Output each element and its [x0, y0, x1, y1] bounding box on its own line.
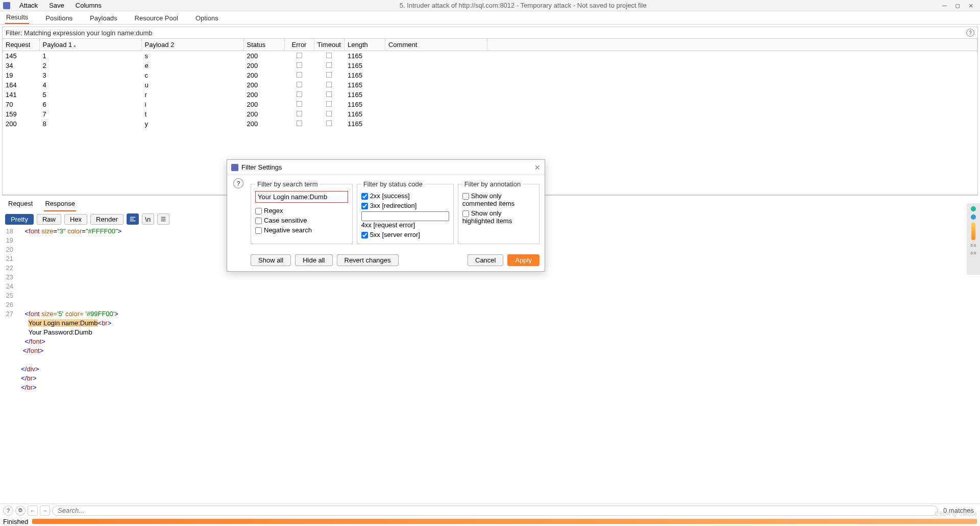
table-row[interactable]: 1451s2001165: [3, 51, 977, 61]
dialog-app-icon: [231, 164, 238, 171]
timeout-checkbox: [326, 62, 332, 68]
filter-help-icon[interactable]: ?: [966, 29, 974, 37]
menu-columns[interactable]: Columns: [74, 1, 104, 10]
gadget-dot-green: [971, 206, 976, 211]
dialog-title-text: Filter Settings: [241, 163, 282, 171]
window-title: 5. Intruder attack of http://sql.com:801…: [104, 2, 942, 9]
minimize-icon[interactable]: —: [943, 2, 947, 9]
menu-save[interactable]: Save: [47, 1, 66, 10]
lower-tab-request[interactable]: Request: [7, 199, 34, 211]
gadget-val1: 0.6: [970, 243, 976, 248]
titlebar: Attack Save Columns 5. Intruder attack o…: [0, 0, 980, 11]
view-hex-button[interactable]: Hex: [64, 214, 87, 225]
error-checkbox: [297, 121, 302, 126]
error-checkbox: [297, 91, 302, 97]
filter-text: Filter: Matching expression your login n…: [6, 29, 153, 37]
maximize-icon[interactable]: ▢: [955, 2, 960, 9]
filter-annotation-legend: Filter by annotation: [462, 180, 523, 188]
col-spacer: [487, 39, 977, 51]
status-2xx-checkbox[interactable]: 2xx [success]: [361, 191, 449, 201]
table-row[interactable]: 2008y2001165: [3, 119, 977, 129]
show-all-button[interactable]: Show all: [251, 254, 291, 266]
close-icon[interactable]: ✕: [969, 2, 973, 9]
search-next-icon[interactable]: →: [40, 506, 50, 516]
view-pretty-button[interactable]: Pretty: [5, 214, 34, 225]
col-length[interactable]: Length: [344, 39, 385, 51]
gadget-dot-blue: [971, 214, 976, 220]
table-row[interactable]: 193c2001165: [3, 70, 977, 80]
status-5xx-checkbox[interactable]: 5xx [server error]: [361, 230, 449, 240]
annot-highlighted-checkbox[interactable]: Show only highlighted items: [462, 208, 535, 226]
hamburger-icon[interactable]: [157, 213, 169, 225]
tab-options[interactable]: Options: [194, 12, 219, 24]
error-checkbox: [297, 82, 302, 87]
side-gadget[interactable]: 0.6 0.0: [967, 203, 980, 275]
dialog-titlebar: Filter Settings ✕: [227, 160, 545, 175]
status-4xx-checkbox[interactable]: 4xx [request error]: [361, 210, 449, 230]
table-row[interactable]: 706i2001165: [3, 100, 977, 109]
col-payload2[interactable]: Payload 2: [141, 39, 243, 51]
col-payload1[interactable]: Payload 1: [39, 39, 141, 51]
regex-checkbox-label[interactable]: Regex: [255, 206, 283, 216]
cancel-button[interactable]: Cancel: [468, 254, 503, 266]
gadget-bar: [971, 223, 975, 240]
results-table[interactable]: Request Payload 1 Payload 2 Status Error…: [3, 39, 977, 129]
revert-changes-button[interactable]: Revert changes: [337, 254, 399, 266]
tag-open: <: [17, 227, 29, 235]
dialog-help-icon[interactable]: ?: [233, 178, 243, 188]
timeout-checkbox: [326, 82, 332, 87]
search-prev-icon[interactable]: ←: [28, 506, 38, 516]
view-raw-button[interactable]: Raw: [37, 214, 61, 225]
timeout-checkbox: [326, 101, 332, 107]
col-comment[interactable]: Comment: [385, 39, 487, 51]
timeout-checkbox: [326, 121, 332, 126]
negative-checkbox-label[interactable]: Negative search: [255, 225, 312, 235]
filter-annotation-group: Filter by annotation Show only commented…: [458, 180, 540, 244]
filter-bar[interactable]: Filter: Matching expression your login n…: [2, 27, 978, 39]
hide-all-button[interactable]: Hide all: [295, 254, 332, 266]
tab-resource-pool[interactable]: Resource Pool: [134, 12, 179, 24]
view-render-button[interactable]: Render: [90, 214, 124, 225]
table-row[interactable]: 1644u2001165: [3, 80, 977, 90]
filter-search-group: Filter by search term Regex Case sensiti…: [251, 180, 353, 244]
toggle-layout-icon[interactable]: [127, 213, 139, 225]
tab-positions[interactable]: Positions: [44, 12, 74, 24]
search-input[interactable]: [52, 506, 938, 516]
table-row[interactable]: 1597t2001165: [3, 109, 977, 119]
col-request[interactable]: Request: [3, 39, 39, 51]
menu-attack[interactable]: Attack: [17, 1, 40, 10]
gear-icon[interactable]: ⚙: [15, 506, 26, 516]
dialog-close-icon[interactable]: ✕: [534, 163, 541, 172]
wrap-lines-icon[interactable]: \n: [142, 213, 154, 225]
status-3xx-checkbox[interactable]: 3xx [redirection]: [361, 201, 449, 210]
col-error[interactable]: Error: [284, 39, 314, 51]
lower-tab-response[interactable]: Response: [44, 199, 76, 211]
tab-results[interactable]: Results: [5, 11, 29, 24]
filter-status-group: Filter by status code 2xx [success] 3xx …: [357, 180, 454, 244]
app-icon: [3, 2, 10, 9]
annot-commented-checkbox[interactable]: Show only commented items: [462, 191, 535, 208]
col-timeout[interactable]: Timeout: [314, 39, 344, 51]
attr: size: [40, 227, 54, 235]
regex-checkbox[interactable]: [255, 208, 262, 214]
timeout-checkbox: [326, 111, 332, 116]
tab-payloads[interactable]: Payloads: [89, 12, 118, 24]
col-status[interactable]: Status: [243, 39, 284, 51]
error-checkbox: [297, 101, 302, 107]
error-checkbox: [297, 53, 302, 58]
negative-checkbox[interactable]: [255, 227, 262, 234]
timeout-checkbox: [326, 53, 332, 58]
table-row[interactable]: 1415r2001165: [3, 90, 977, 100]
apply-button[interactable]: Apply: [507, 254, 540, 266]
filter-search-input[interactable]: [255, 191, 348, 203]
help-icon[interactable]: ?: [3, 506, 13, 516]
filter-settings-dialog: Filter Settings ✕ ? Filter by search ter…: [227, 159, 545, 272]
results-header-row: Request Payload 1 Payload 2 Status Error…: [3, 39, 977, 51]
error-checkbox: [297, 62, 302, 68]
case-checkbox-label[interactable]: Case sensitive: [255, 216, 307, 225]
table-row[interactable]: 342e2001165: [3, 61, 977, 70]
error-checkbox: [297, 111, 302, 116]
error-checkbox: [297, 72, 302, 78]
case-checkbox[interactable]: [255, 218, 262, 224]
gadget-val2: 0.0: [970, 251, 976, 255]
